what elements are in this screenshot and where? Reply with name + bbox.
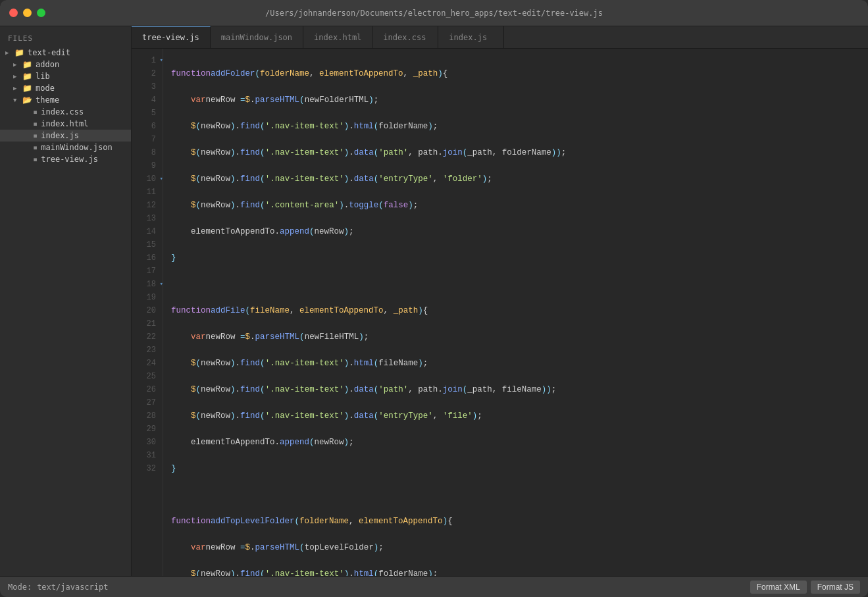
code-line-4: $(newRow).find('.nav-item-text').data('p… [171,146,868,159]
line-num-18: 18▾ [132,278,163,291]
line-num-11: 11 [132,186,163,199]
line-num-4: 4 [132,93,163,107]
line-num-10: 10▾ [132,172,163,186]
line-num-28: 28 [132,409,163,423]
code-line-8: } [171,251,868,265]
close-button[interactable] [9,9,18,17]
minimize-button[interactable] [23,9,32,17]
tab-label: index.js [449,33,487,42]
chevron-right-icon: ▶ [13,61,21,68]
code-line-7: elementToAppendTo.append(newRow); [171,225,868,238]
line-num-13: 13 [132,212,163,225]
sidebar-item-label: tree-view.js [41,155,98,164]
file-icon: ▪ [33,143,38,152]
sidebar-item-addon[interactable]: ▶ 📁 addon [0,59,131,70]
line-num-25: 25 [132,370,163,383]
code-line-5: $(newRow).find('.nav-item-text').data('e… [171,172,868,186]
maximize-button[interactable] [37,9,45,17]
format-js-button[interactable]: Format JS [811,581,860,594]
folder-icon: 📁 [22,84,32,93]
line-num-32: 32 [132,462,163,475]
line-num-26: 26 [132,383,163,396]
sidebar-item-theme[interactable]: ▼ 📂 theme [0,94,131,106]
code-line-17 [171,488,868,502]
fold-arrow: ▾ [160,54,163,67]
line-numbers: 1▾ 2 3 4 5 6 7 8 9 10▾ 11 12 13 14 15 16… [132,49,163,576]
sidebar-item-mode[interactable]: ▶ 📁 mode [0,82,131,94]
tab-label: tree-view.js [142,33,199,42]
line-num-20: 20 [132,304,163,317]
folder-icon: 📁 [22,60,32,69]
sidebar-item-index-html[interactable]: ▪ index.html [0,118,131,130]
line-num-5: 5 [132,107,163,120]
chevron-right-icon: ▶ [13,85,21,91]
sidebar-item-mainwindow-json[interactable]: ▪ mainWindow.json [0,142,131,153]
chevron-right-icon: ▶ [13,73,21,80]
folder-icon: 📁 [22,72,32,81]
line-num-3: 3 [132,80,163,93]
tabs-bar: tree-view.js mainWindow.json index.html … [132,26,868,49]
sidebar-item-label: theme [36,95,59,105]
mode-value: text/javascript [37,583,108,592]
fold-arrow: ▾ [160,172,163,186]
file-icon: ▪ [33,155,38,164]
line-num-15: 15 [132,238,163,251]
sidebar-item-label: addon [36,60,59,69]
status-right: Format XML Format JS [750,581,860,594]
chevron-right-icon: ▶ [5,49,13,56]
line-num-27: 27 [132,396,163,409]
line-num-8: 8 [132,146,163,159]
code-line-16: } [171,462,868,475]
file-icon: ▪ [33,131,38,140]
sidebar-item-label: text-edit [28,48,70,57]
code-line-2: var newRow = $.parseHTML(newFolderHTML); [171,93,868,107]
line-num-31: 31 [132,449,163,462]
status-bar: Mode: text/javascript Format XML Format … [0,576,868,597]
code-line-11: var newRow = $.parseHTML(newFileHTML); [171,330,868,344]
file-icon: ▪ [33,119,38,128]
sidebar-item-index-css[interactable]: ▪ index.css [0,106,131,118]
sidebar-item-index-js[interactable]: ▪ index.js [0,130,131,142]
line-num-21: 21 [132,317,163,330]
line-num-9: 9 [132,159,163,172]
sidebar-item-label: mainWindow.json [41,143,112,152]
mode-label: Mode: [8,583,32,592]
sidebar-item-label: lib [36,72,50,81]
window-title: /Users/johnanderson/Documents/electron_h… [265,9,603,18]
line-num-6: 6 [132,120,163,133]
tab-index-css[interactable]: index.css [372,26,438,48]
fold-arrow: ▾ [160,278,163,291]
sidebar-header: Files [0,32,131,47]
folder-icon: 📁 [14,48,24,57]
line-num-29: 29 [132,423,163,436]
line-num-24: 24 [132,357,163,370]
line-num-16: 16 [132,251,163,265]
main-layout: Files ▶ 📁 text-edit ▶ 📁 addon ▶ 📁 lib ▶ … [0,26,868,576]
line-num-12: 12 [132,199,163,212]
line-num-17: 17 [132,265,163,278]
status-left: Mode: text/javascript [8,583,109,592]
code-line-13: $(newRow).find('.nav-item-text').data('p… [171,383,868,396]
sidebar-item-label: index.html [41,119,88,128]
sidebar-item-lib[interactable]: ▶ 📁 lib [0,70,131,82]
line-num-30: 30 [132,436,163,449]
line-num-22: 22 [132,330,163,344]
window-controls[interactable] [9,9,45,17]
code-line-15: elementToAppendTo.append(newRow); [171,436,868,449]
editor-container: tree-view.js mainWindow.json index.html … [132,26,868,576]
tab-index-js[interactable]: index.js [438,26,504,48]
code-lines[interactable]: function addFolder(folderName, elementTo… [163,49,868,576]
code-line-9 [171,278,868,291]
line-num-19: 19 [132,291,163,304]
file-tree: Files ▶ 📁 text-edit ▶ 📁 addon ▶ 📁 lib ▶ … [0,26,132,576]
code-line-6: $(newRow).find('.content-area').toggle(f… [171,199,868,212]
code-line-19: var newRow = $.parseHTML(topLevelFolder)… [171,541,868,554]
code-editor[interactable]: 1▾ 2 3 4 5 6 7 8 9 10▾ 11 12 13 14 15 16… [132,49,868,576]
format-xml-button[interactable]: Format XML [750,581,807,594]
tab-mainwindow-json[interactable]: mainWindow.json [211,26,303,48]
tab-tree-view-js[interactable]: tree-view.js [132,26,211,48]
sidebar-item-text-edit[interactable]: ▶ 📁 text-edit [0,47,131,59]
sidebar-item-label: index.css [41,107,84,117]
sidebar-item-tree-view-js[interactable]: ▪ tree-view.js [0,153,131,165]
tab-index-html[interactable]: index.html [303,26,372,48]
